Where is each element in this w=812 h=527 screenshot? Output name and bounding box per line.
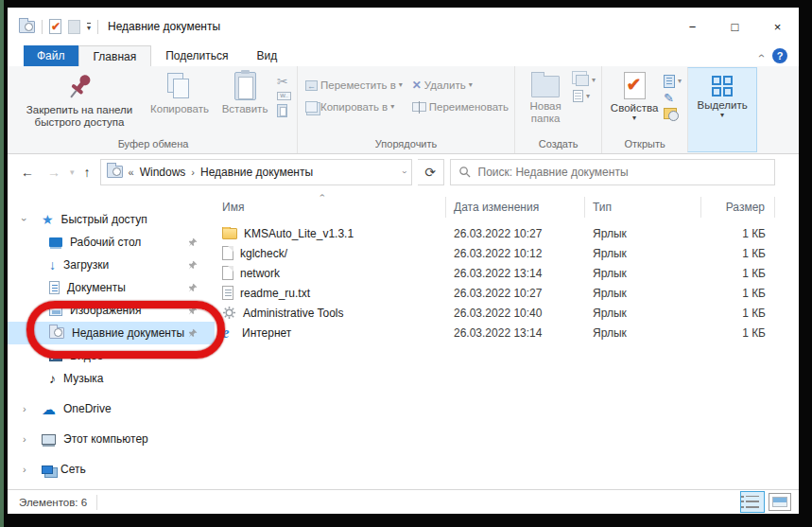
new-folder-qat-icon[interactable] xyxy=(68,20,80,34)
file-row[interactable]: kglcheck/ 26.03.2022 10:12 Ярлык 1 КБ xyxy=(215,243,799,263)
up-button[interactable]: ↑ xyxy=(80,165,95,180)
breadcrumb-overflow-chevron[interactable]: « xyxy=(129,167,134,178)
select-grid-icon xyxy=(712,76,733,97)
pin-icon xyxy=(188,260,198,270)
sidebar-item-this-pc[interactable]: › Этот компьютер xyxy=(8,428,215,450)
this-pc-icon xyxy=(42,434,56,445)
move-to-button[interactable]: Переместить в ▾ xyxy=(305,79,403,92)
file-row[interactable]: KMSAuto_Lite_v1.3.1 26.03.2022 10:27 Ярл… xyxy=(215,223,799,243)
column-header-name[interactable]: Имя › xyxy=(215,197,446,218)
refresh-button[interactable]: ⟳ xyxy=(418,159,444,185)
sidebar-item-downloads[interactable]: ↓ Загрузки xyxy=(8,254,215,276)
column-header-size[interactable]: Размер xyxy=(701,197,775,218)
file-row[interactable]: Administrative Tools 26.03.2022 10:40 Яр… xyxy=(215,303,799,323)
file-list: Имя › Дата изменения Тип Размер KMSAuto_… xyxy=(215,189,799,489)
chevron-collapsed-icon[interactable]: › xyxy=(23,403,26,414)
chevron-collapsed-icon[interactable]: › xyxy=(23,464,26,475)
desktop-icon xyxy=(49,237,62,247)
help-icon[interactable]: ? xyxy=(772,48,787,63)
open-button[interactable]: ▾ xyxy=(664,75,682,88)
chevron-expanded-icon[interactable]: › xyxy=(19,218,30,221)
collapse-ribbon-icon[interactable]: › xyxy=(754,54,768,58)
move-to-icon xyxy=(305,80,318,91)
history-button[interactable] xyxy=(664,108,677,119)
rename-button[interactable]: Переименовать xyxy=(412,100,509,114)
pin-to-quick-access-button[interactable]: Закрепить на панели быстрого доступа xyxy=(15,70,144,131)
new-item-button[interactable]: ▾ xyxy=(573,90,596,102)
divider xyxy=(96,495,97,510)
breadcrumb[interactable]: « Windows › Недавние документы › xyxy=(100,159,412,185)
column-header-type[interactable]: Тип xyxy=(585,197,701,218)
copy-button[interactable]: Копировать xyxy=(144,70,216,117)
chevron-collapsed-icon[interactable]: › xyxy=(23,433,26,445)
properties-icon: ✔ xyxy=(624,72,646,99)
properties-button[interactable]: ✔ Свойства ▾ xyxy=(608,70,661,124)
sidebar-item-videos[interactable]: Видео xyxy=(8,344,215,367)
delete-button[interactable]: ✕ Удалить ▾ xyxy=(412,79,509,92)
rename-icon xyxy=(412,102,426,112)
recent-documents-icon xyxy=(49,327,64,339)
onedrive-icon: ☁ xyxy=(42,402,56,416)
breadcrumb-segment-windows[interactable]: Windows xyxy=(140,166,186,179)
sidebar-item-documents[interactable]: Документы xyxy=(8,276,215,299)
main-area: › ★ Быстрый доступ Рабочий стол ↓ Загруз… xyxy=(8,189,799,489)
file-row[interactable]: readme_ru.txt 26.03.2022 10:27 Ярлык 1 К… xyxy=(215,283,799,303)
tab-home[interactable]: Главная xyxy=(78,45,152,66)
ribbon-group-clipboard: Закрепить на панели быстрого доступа Коп… xyxy=(9,66,297,153)
group-label-open: Открыть xyxy=(602,137,687,153)
cut-button[interactable]: ✂ xyxy=(277,75,291,88)
pin-icon xyxy=(188,237,198,247)
pushpin-icon xyxy=(60,67,98,105)
divider xyxy=(42,20,43,34)
chevron-right-icon: › xyxy=(191,167,195,178)
sidebar-item-network[interactable]: › Сеть xyxy=(8,458,215,481)
customize-qat-dropdown-icon[interactable]: ▾ xyxy=(87,23,91,31)
address-dropdown-icon[interactable]: › xyxy=(399,170,408,173)
copy-icon xyxy=(165,72,194,100)
tab-file[interactable]: Файл xyxy=(24,45,78,66)
details-view-button[interactable] xyxy=(740,491,765,513)
delete-icon: ✕ xyxy=(412,79,422,91)
sidebar-item-pictures[interactable]: Изображения xyxy=(8,299,215,322)
close-button[interactable]: × xyxy=(756,8,799,45)
paste-button[interactable]: Вставить xyxy=(216,70,274,117)
breadcrumb-segment-current[interactable]: Недавние документы xyxy=(200,166,313,179)
sidebar-item-music[interactable]: ♪ Музыка xyxy=(8,367,215,390)
back-button[interactable]: ← xyxy=(17,165,38,180)
paste-shortcut-button[interactable] xyxy=(277,104,287,117)
forward-button[interactable]: → xyxy=(43,165,64,180)
properties-qat-icon[interactable]: ✔ xyxy=(49,19,61,34)
sidebar-item-recent-documents[interactable]: Недавние документы xyxy=(8,322,215,344)
admin-tools-icon xyxy=(222,306,236,320)
tab-share[interactable]: Поделиться xyxy=(151,45,242,66)
copy-path-button[interactable]: W.. xyxy=(277,92,291,100)
edit-button[interactable]: ✎ xyxy=(664,92,682,104)
screenshot-border xyxy=(0,0,4,527)
copy-to-button[interactable]: Копировать в ▾ xyxy=(305,100,403,114)
open-icon xyxy=(664,75,675,88)
easy-access-button[interactable]: ▾ xyxy=(573,75,596,86)
column-header-date[interactable]: Дата изменения xyxy=(446,197,585,218)
thumbnails-view-button[interactable] xyxy=(769,493,791,511)
copy-to-icon xyxy=(305,101,318,113)
new-folder-button[interactable]: Новая папка xyxy=(521,70,570,127)
file-row[interactable]: eИнтернет 26.03.2022 13:14 Ярлык 1 КБ xyxy=(215,323,799,343)
search-input[interactable] xyxy=(478,166,767,179)
select-button[interactable]: Выделить ▾ xyxy=(694,74,751,121)
tab-view[interactable]: Вид xyxy=(242,45,291,66)
sidebar-item-onedrive[interactable]: › ☁ OneDrive xyxy=(8,397,215,420)
file-row[interactable]: network 26.03.2022 13:14 Ярлык 1 КБ xyxy=(215,263,799,283)
pictures-icon xyxy=(49,306,62,316)
videos-icon xyxy=(49,351,62,361)
sidebar-item-quick-access[interactable]: › ★ Быстрый доступ xyxy=(8,208,215,231)
maximize-button[interactable]: □ xyxy=(714,8,756,45)
pin-icon xyxy=(188,306,198,315)
sidebar-item-desktop[interactable]: Рабочий стол xyxy=(8,231,215,254)
status-bar: Элементов: 6 xyxy=(8,489,799,514)
music-icon: ♪ xyxy=(49,372,56,385)
recent-documents-icon xyxy=(19,21,35,33)
search-box xyxy=(450,159,775,185)
recent-locations-dropdown-icon[interactable]: ▾ xyxy=(70,167,75,177)
minimize-button[interactable]: − xyxy=(671,8,714,45)
navigation-pane: › ★ Быстрый доступ Рабочий стол ↓ Загруз… xyxy=(8,189,215,489)
